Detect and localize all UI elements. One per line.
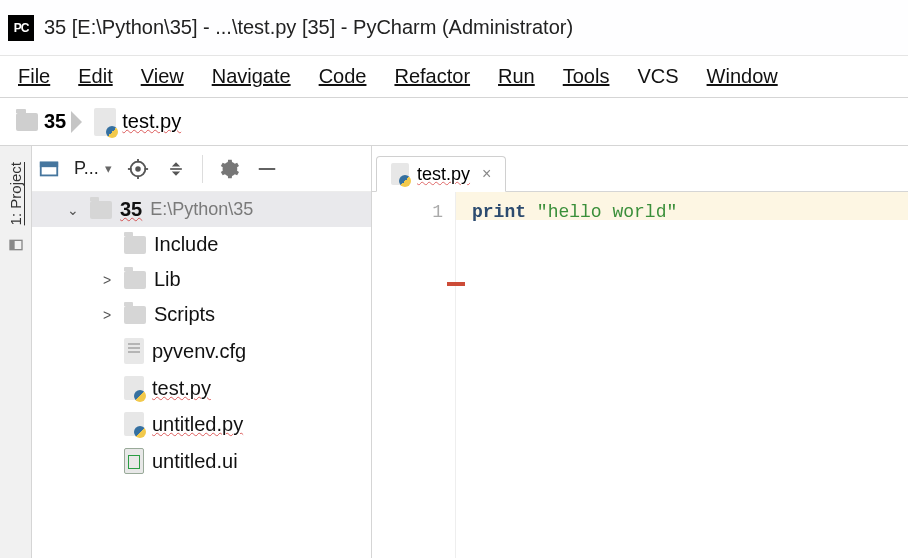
menu-vcs[interactable]: VCS (637, 65, 678, 88)
folder-icon (90, 201, 112, 219)
tree-root-name: 35 (120, 198, 142, 221)
project-view-dropdown[interactable]: P... ▾ (74, 158, 112, 179)
tree-root-path: E:\Python\35 (150, 199, 253, 220)
tree-node-label: Scripts (154, 303, 215, 326)
editor-tab-label: test.py (417, 164, 470, 185)
toolbar-divider (202, 155, 203, 183)
python-file-icon (94, 108, 116, 136)
tree-root-node[interactable]: ⌄ 35 E:\Python\35 (32, 192, 371, 227)
hide-panel-icon[interactable] (255, 157, 279, 181)
folder-icon (124, 236, 146, 254)
ui-file-icon (124, 448, 144, 474)
python-file-icon (391, 163, 409, 185)
tree-node-lib[interactable]: > Lib (32, 262, 371, 297)
menu-run[interactable]: Run (498, 65, 535, 88)
menu-navigate[interactable]: Navigate (212, 65, 291, 88)
svg-point-5 (136, 167, 140, 171)
python-file-icon (124, 376, 144, 400)
code-line-1[interactable]: print "hello world" (456, 192, 908, 220)
breadcrumb-file-label: test.py (122, 110, 181, 133)
tree-node-testpy[interactable]: test.py (32, 370, 371, 406)
svg-rect-1 (10, 241, 15, 250)
folder-icon (16, 113, 38, 131)
folder-icon (124, 306, 146, 324)
tree-node-label: Include (154, 233, 219, 256)
chevron-down-icon: ⌄ (64, 202, 82, 218)
app-icon: PC (8, 15, 34, 41)
tree-node-label: untitled.ui (152, 450, 238, 473)
tree-node-label: test.py (152, 377, 211, 400)
tool-window-bar: 1: Project (0, 146, 32, 558)
menu-file[interactable]: File (18, 65, 50, 88)
breadcrumb-root[interactable]: 35 (10, 105, 72, 139)
code-keyword: print (472, 202, 526, 222)
tree-node-include[interactable]: Include (32, 227, 371, 262)
tree-node-scripts[interactable]: > Scripts (32, 297, 371, 332)
menu-window[interactable]: Window (707, 65, 778, 88)
python-file-icon (124, 412, 144, 436)
menu-edit[interactable]: Edit (78, 65, 112, 88)
editor-tab-testpy[interactable]: test.py × (376, 156, 506, 192)
line-number: 1 (372, 202, 443, 222)
close-tab-icon[interactable]: × (478, 165, 491, 183)
gear-icon[interactable] (217, 157, 241, 181)
tree-node-label: untitled.py (152, 413, 243, 436)
chevron-right-icon: > (98, 272, 116, 288)
menu-view[interactable]: View (141, 65, 184, 88)
svg-rect-11 (258, 168, 275, 170)
menu-code[interactable]: Code (319, 65, 367, 88)
editor-body[interactable]: 1 print "hello world" (372, 192, 908, 558)
tree-node-untitledui[interactable]: untitled.ui (32, 442, 371, 480)
tree-node-pyvenv[interactable]: pyvenv.cfg (32, 332, 371, 370)
window-title: 35 [E:\Python\35] - ...\test.py [35] - P… (44, 16, 573, 39)
editor-tabstrip: test.py × (372, 146, 908, 192)
navigation-breadcrumb: 35 test.py (0, 98, 908, 146)
project-tree: ⌄ 35 E:\Python\35 Include > Lib > Script… (32, 192, 371, 558)
project-tool-tab[interactable]: 1: Project (7, 158, 24, 229)
tree-node-untitledpy[interactable]: untitled.py (32, 406, 371, 442)
tree-node-label: Lib (154, 268, 181, 291)
editor-gutter: 1 (372, 192, 456, 558)
editor-area: test.py × 1 print "hello world" (372, 146, 908, 558)
menu-refactor[interactable]: Refactor (394, 65, 470, 88)
breadcrumb-file[interactable]: test.py (88, 105, 187, 139)
error-stripe-marker[interactable] (447, 282, 465, 286)
window-icon (38, 158, 60, 180)
breadcrumb-root-label: 35 (44, 110, 66, 133)
tree-node-label: pyvenv.cfg (152, 340, 246, 363)
collapse-all-icon[interactable] (164, 157, 188, 181)
project-view-label: P... (74, 158, 99, 179)
code-string: "hello world" (537, 202, 677, 222)
file-icon (124, 338, 144, 364)
project-panel-toolbar: P... ▾ (32, 146, 371, 192)
chevron-down-icon: ▾ (105, 161, 112, 176)
main-area: 1: Project P... ▾ (0, 146, 908, 558)
tool-window-icon (8, 237, 24, 253)
chevron-right-icon: > (98, 307, 116, 323)
menu-bar: File Edit View Navigate Code Refactor Ru… (0, 56, 908, 98)
project-panel: P... ▾ ⌄ 35 E:\Python\35 (32, 146, 372, 558)
svg-rect-3 (41, 162, 58, 166)
title-bar: PC 35 [E:\Python\35] - ...\test.py [35] … (0, 0, 908, 56)
folder-icon (124, 271, 146, 289)
locate-icon[interactable] (126, 157, 150, 181)
svg-rect-10 (170, 168, 182, 170)
menu-tools[interactable]: Tools (563, 65, 610, 88)
